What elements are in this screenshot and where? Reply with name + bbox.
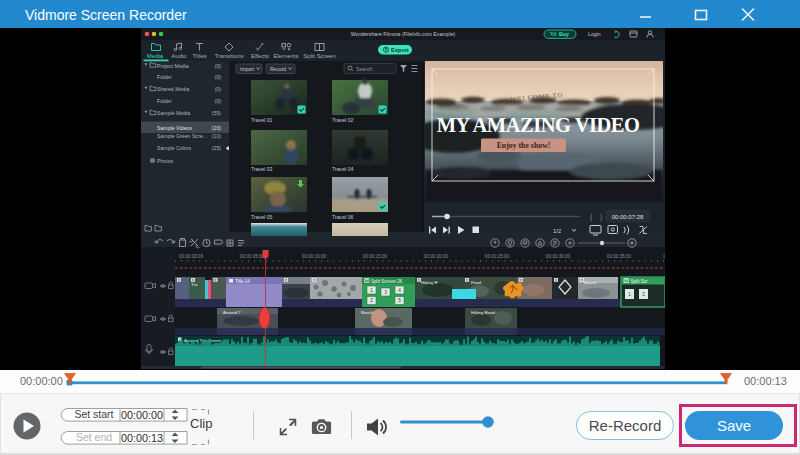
svg-text:(10): (10) [212,133,221,139]
svg-text:Project Media: Project Media [157,63,189,69]
svg-text:(20): (20) [212,125,221,131]
svg-text:00:00:15:00: 00:00:15:00 [363,254,388,259]
svg-text:Travel 05: Travel 05 [251,214,273,220]
svg-text:Elements: Elements [273,53,298,59]
svg-text:Tra: Tra [191,282,198,287]
svg-text:Set end: Set end [76,431,112,443]
svg-text:Split Screen: Split Screen [303,53,335,59]
svg-text:Travel 03: Travel 03 [251,166,273,172]
svg-text:Buy: Buy [559,31,569,37]
svg-text:Split Screen 26: Split Screen 26 [371,279,403,284]
svg-text:4: 4 [398,288,401,293]
svg-text:2: 2 [370,298,373,303]
svg-text:Transitions: Transitions [214,53,243,59]
svg-text:Media: Media [147,53,164,59]
svg-text:(0): (0) [215,63,222,69]
svg-text:1: 1 [628,292,631,297]
svg-text:Photos: Photos [157,158,174,164]
svg-text:00:00:25:00: 00:00:25:00 [485,254,510,259]
svg-text:5: 5 [398,298,401,303]
svg-text:Effects: Effects [251,53,269,59]
svg-text:3: 3 [384,290,387,295]
svg-text:Sample Green Scre...: Sample Green Scre... [157,133,207,139]
svg-text:Record: Record [270,66,286,72]
svg-text:Export: Export [391,47,409,53]
svg-text:00:00:10:00: 00:00:10:00 [302,254,327,259]
svg-text:00:00:07:28: 00:00:07:28 [612,214,644,220]
svg-text:Set start: Set start [74,408,113,420]
svg-text:1/2: 1/2 [553,228,562,234]
svg-text:00:00:00:03: 00:00:00:03 [179,254,204,259]
svg-text:00:00:13: 00:00:13 [121,432,163,444]
svg-text:(0): (0) [215,74,222,80]
svg-text:Title 14: Title 14 [235,279,250,284]
svg-text:Hiking Road: Hiking Road [471,310,495,315]
svg-text:Beach: Beach [584,280,597,285]
svg-text:Login: Login [588,31,601,37]
svg-text:Split Scr: Split Scr [631,279,649,284]
svg-text:Beach: Beach [361,310,374,315]
svg-text:Folder: Folder [157,74,172,80]
svg-text:(25): (25) [212,145,221,151]
svg-text:Folder: Folder [157,98,172,104]
svg-text:MY AMAZING VIDEO: MY AMAZING VIDEO [437,114,640,136]
svg-text:00:00:20:00: 00:00:20:00 [424,254,449,259]
svg-text:Travel 04: Travel 04 [332,166,354,172]
svg-text:00:00:05:00: 00:00:05:00 [240,254,265,259]
svg-text:(0): (0) [215,98,222,104]
svg-text:(55): (55) [212,110,221,116]
svg-text:Food: Food [471,280,482,285]
svg-text:Shared Media: Shared Media [157,86,189,92]
svg-text:Titles: Titles [192,53,206,59]
svg-text:Sample Media: Sample Media [157,110,190,116]
svg-text:Sample Videos: Sample Videos [157,125,192,131]
svg-text:Travel 01: Travel 01 [251,117,273,123]
svg-text:Around T: Around T [223,310,241,315]
svg-text:Import: Import [240,66,255,72]
svg-text:Travel 06: Travel 06 [332,214,354,220]
svg-text:Search: Search [356,66,373,72]
svg-text:2: 2 [642,292,645,297]
svg-text:Enjoy the show!: Enjoy the show! [497,141,551,150]
svg-text:Travel 02: Travel 02 [332,117,354,123]
svg-text:Hiking R: Hiking R [421,280,438,285]
svg-text:00:00:35:00: 00:00:35:00 [607,254,632,259]
svg-text:(0): (0) [215,86,222,92]
svg-text:00:00:4: 00:00:4 [663,254,665,259]
svg-text:00:00:30:00: 00:00:30:00 [546,254,571,259]
svg-text:1: 1 [370,288,373,293]
svg-text:Audio: Audio [171,53,187,59]
svg-text:00:00:00: 00:00:00 [121,409,163,421]
svg-text:Sample Colors: Sample Colors [157,145,191,151]
svg-text:Wondershare Filmora (FileInfo.: Wondershare Filmora (FileInfo.com Exampl… [351,31,456,37]
svg-text:Around The Corner: Around The Corner [184,338,222,343]
